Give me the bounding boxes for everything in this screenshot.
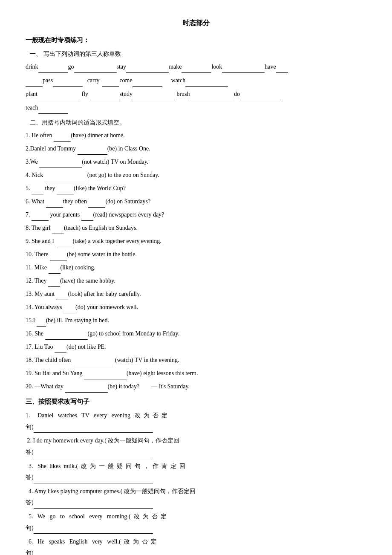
blank [276, 66, 288, 73]
blank [126, 66, 169, 73]
section1: 一般现在时专项练习： 一、 写出下列动词的第三人称单数 drinkgostaym… [26, 35, 366, 555]
sec3-item-6: 6. He speaks English very well.( 改 为 否 定… [26, 536, 366, 555]
item-13: 13. My aunt (look) after her baby carefu… [26, 288, 366, 300]
blank [185, 80, 228, 87]
item-20: 20. —What day (be) it today? — It's Satu… [26, 381, 366, 393]
item-6: 6. What they often (do) on Saturdays? [26, 196, 366, 208]
item-3: 3.We (not watch) TV on Monday. [26, 156, 366, 168]
item-11: 11. Mike (like) cooking. [26, 262, 366, 274]
sub1-block: 一、 写出下列动词的第三人称单数 drinkgostaymakelookhave… [26, 49, 366, 114]
sub3-title: 三、按照要求改写句子 [26, 396, 366, 408]
item-18: 18. The child often (watch) TV in the ev… [26, 354, 366, 366]
item-9: 9. She and I (take) a walk together ever… [26, 235, 366, 247]
item-5: 5. they (like) the World Cup? [26, 182, 366, 194]
sub3-block: 三、按照要求改写句子 1. Daniel watches TV every ev… [26, 396, 366, 555]
sub2-title: 二、用括号内动词的适当形式填空。 [30, 117, 366, 128]
blank [53, 80, 83, 87]
page-title: 时态部分 [26, 17, 366, 29]
item-14: 14. You always (do) your homework well. [26, 301, 366, 313]
answer-line-2 [34, 451, 153, 458]
answer-line-3 [34, 477, 153, 483]
blank [38, 66, 68, 73]
blank [102, 80, 119, 87]
blank [74, 66, 117, 73]
blank [190, 93, 233, 100]
sec3-item-4: 4. Amy likes playing computer games.( 改为… [26, 486, 366, 509]
item-17: 17. Liu Tao (do) not like PE. [26, 341, 366, 353]
item-15: 15.I (be) ill. I'm staying in bed. [26, 315, 366, 327]
item-4: 4. Nick (not go) to the zoo on Sunday. [26, 169, 366, 181]
item-8: 8. The girl (teach) us English on Sunday… [26, 222, 366, 234]
sec3-item-3: 3. She likes milk.( 改 为 一 般 疑 问 句 ， 作 肯 … [26, 461, 366, 483]
word-row-4: teach [26, 102, 366, 114]
blank [26, 80, 43, 87]
answer-line-5 [34, 527, 153, 534]
item-1: 1. He often (have) dinner at home. [26, 130, 366, 142]
section1-title: 一般现在时专项练习： [26, 35, 366, 46]
blank [133, 80, 162, 87]
item-2: 2.Daniel and Tommy (be) in Class One. [26, 143, 366, 155]
word-row-1: drinkgostaymakelookhave [26, 61, 366, 73]
answer-line-6 [34, 552, 153, 555]
item-7: 7. your parents (read) newspapers every … [26, 209, 366, 221]
blank [38, 107, 68, 114]
blank [37, 93, 80, 100]
blank [222, 66, 265, 73]
sec3-item-2: 2. I do my homework every day.( 改为一般疑问句，… [26, 435, 366, 458]
sec3-item-5: 5. We go to school every morning.( 改 为 否… [26, 511, 366, 534]
blank [90, 93, 120, 100]
item-19: 19. Su Hai and Su Yang (have) eight less… [26, 367, 366, 379]
sub2-block: 二、用括号内动词的适当形式填空。 1. He often (have) dinn… [26, 117, 366, 393]
sec3-item-1: 1. Daniel watches TV every evening 改 为 否… [26, 410, 366, 433]
word-rows: drinkgostaymakelookhave pass carry come … [26, 61, 366, 114]
answer-line-4 [34, 502, 153, 509]
word-row-2: pass carry come watch [26, 75, 366, 87]
blank [182, 66, 211, 73]
blank [133, 93, 175, 100]
item-16: 16. She (go) to school from Monday to Fr… [26, 328, 366, 340]
item-10: 10. There (be) some water in the bottle. [26, 249, 366, 260]
answer-line-1 [34, 426, 153, 433]
blank [240, 93, 282, 100]
word-row-3: plant fly study brush do [26, 88, 366, 100]
item-12: 12. They (have) the same hobby. [26, 275, 366, 287]
sub1-title: 一、 写出下列动词的第三人称单数 [30, 49, 366, 59]
